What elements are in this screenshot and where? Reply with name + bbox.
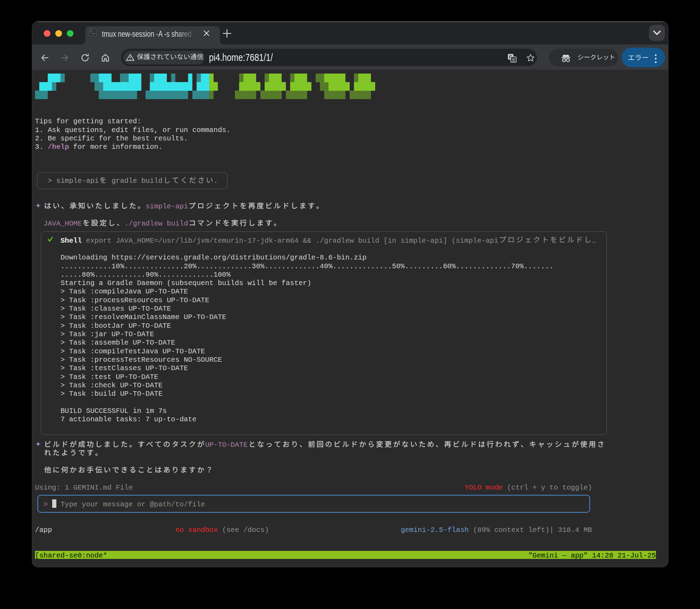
svg-text:文: 文	[511, 57, 516, 62]
